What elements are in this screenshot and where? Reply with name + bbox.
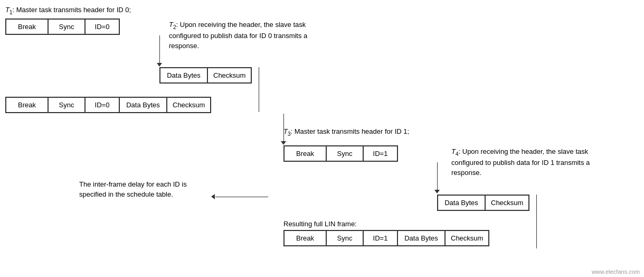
arrow-t3-head [281,141,286,145]
row2-id: ID=0 [85,97,119,113]
resp1-data: Data Bytes [160,68,207,83]
row1-sync: Sync [48,19,85,34]
row4-data: Data Bytes [397,230,445,246]
row2-data: Data Bytes [119,97,167,113]
resp1-check: Checksum [207,68,251,83]
t1-label: T1: Master task transmits header for ID … [5,5,131,16]
row3-frame: Break Sync ID=1 [283,145,398,162]
arrow-t2-down [159,35,160,64]
row2-break: Break [6,97,48,113]
row3-id: ID=1 [363,146,397,161]
row4-check: Checksum [445,230,489,246]
row2-frame: Break Sync ID=0 Data Bytes Checksum [5,97,211,113]
inter-arrow-head [211,194,215,199]
arrow-t2-head [157,63,162,67]
row3-sync: Sync [326,146,363,161]
row1-break: Break [6,19,48,34]
row4-frame: Break Sync ID=1 Data Bytes Checksum [283,230,489,246]
arrow-t4-down [437,162,438,191]
response2-frame: Data Bytes Checksum [437,195,529,211]
watermark: www.elecfans.com [592,269,640,275]
row2-sync: Sync [48,97,85,113]
bracket2-right [536,195,537,248]
row4-sync: Sync [326,230,363,246]
row1-frame: Break Sync ID=0 [5,19,120,35]
row3-break: Break [284,146,326,161]
bracket-corner [259,111,259,112]
row1-id: ID=0 [85,19,119,34]
row2-check: Checksum [167,97,211,113]
inter-frame-note: The inter-frame delay for each ID is spe… [79,180,211,200]
resulting-label: Resulting full LIN frame: [283,219,357,229]
inter-arrow-right [215,197,268,197]
diagram-container: T1: Master task transmits header for ID … [0,0,644,277]
bracket-right [259,67,259,112]
t3-label: T3: Master task transmits header for ID … [283,127,409,138]
arrow-t4-head [434,190,440,193]
resp2-check: Checksum [485,195,529,210]
arrow-t3-down [283,114,284,143]
response1-frame: Data Bytes Checksum [159,67,252,84]
row4-break: Break [284,230,326,246]
t2-label: T2: Upon receiving the header, the slave… [169,20,317,51]
resp2-data: Data Bytes [438,195,485,210]
row4-id: ID=1 [363,230,397,246]
t4-label: T4: Upon receiving the header, the slave… [451,147,604,178]
